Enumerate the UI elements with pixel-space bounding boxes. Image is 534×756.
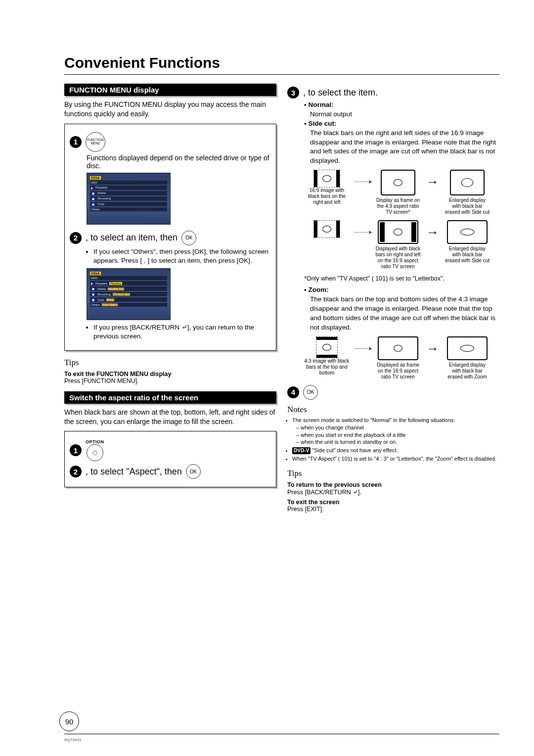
- aspect-panel: 1 OPTION ◯ 2 , to select "Aspect", then …: [64, 431, 276, 487]
- aspect-step-1-badge: 1: [70, 444, 82, 456]
- illus-strip-2: [304, 220, 350, 238]
- step-2-badge: 2: [70, 232, 82, 244]
- option-label: OPTION: [86, 439, 104, 444]
- sidecut-label: Side cut:: [308, 120, 336, 127]
- step-2-text: , to select an item, then: [86, 233, 178, 243]
- illus-enlarged-sidecut2: Enlarged display with black bar erased w…: [445, 220, 490, 264]
- step-2-bullet-1: If you select "Others", then press [OK],…: [93, 247, 271, 265]
- tips-exit-screen-text: Press [EXIT].: [287, 506, 499, 513]
- title-rule: [64, 74, 499, 75]
- note-1: The screen mode is switched to "Normal" …: [292, 417, 499, 446]
- ok-button-icon: OK: [181, 231, 196, 245]
- tips-exit-screen-label: To exit the screen: [287, 499, 499, 506]
- function-menu-screenshot-2: DIGA HDD ▶Playback Playlists ◼DeleteFlex…: [87, 268, 171, 320]
- step-3-badge: 3: [287, 87, 299, 98]
- step-2-bullet-2: If you press [BACK/RETURN ⤶], you can re…: [93, 323, 271, 341]
- normal-text: Normal output: [304, 110, 499, 119]
- step-3-text: , to select the item.: [303, 88, 378, 98]
- arrow-icon: →: [426, 336, 440, 360]
- section-function-menu-header: FUNCTION MENU display: [64, 84, 276, 96]
- zoom-text: The black bars on the top and bottom sid…: [304, 295, 499, 332]
- notes-heading: Notes: [287, 405, 499, 415]
- dashed-arrow-icon: [355, 232, 370, 233]
- dashed-arrow-icon: [355, 348, 370, 349]
- step-4-badge: 4: [287, 386, 299, 398]
- step-1-note: Functions displayed depend on the select…: [87, 154, 271, 170]
- tips-exit-fm-label: To exit the FUNCTION MENU display: [64, 371, 276, 378]
- illus-43-frame: Display as frame on the 4:3 aspect ratio…: [375, 170, 421, 215]
- illus-169-frame: Displayed as frame on the 16:9 aspect ra…: [375, 336, 421, 380]
- illus-ws-blackbars: Displayed with black bars on right and l…: [375, 220, 421, 270]
- zoom-label: Zoom:: [308, 286, 328, 293]
- dvd-v-badge: DVD-V: [292, 447, 311, 454]
- option-button-icon: ◯: [87, 444, 103, 461]
- note-1b: when you start or end the playback of a …: [292, 431, 499, 439]
- section-aspect-header: Switch the aspect ratio of the screen: [64, 391, 276, 404]
- note-3: When "TV Aspect" ( 101) is set to "4 : 3…: [292, 455, 499, 463]
- ok-button-icon-3: OK: [303, 385, 318, 400]
- right-column: 3 , to select the item. • Normal: Normal…: [287, 84, 499, 513]
- bottom-rule: [64, 734, 499, 734]
- arrow-icon: →: [426, 170, 440, 193]
- dashed-arrow-icon: [355, 182, 370, 182]
- normal-label: Normal:: [308, 101, 333, 108]
- illus-enlarged-zoom: Enlarged display with black bar erased w…: [445, 336, 490, 380]
- illus-enlarged-sidecut: Enlarged display with black bar erased w…: [445, 170, 490, 215]
- function-menu-panel: 1 FUNCTION MENU Functions displayed depe…: [64, 124, 276, 351]
- page-title: Convenient Functions: [64, 54, 499, 71]
- letterbox-anchor-note: *Only when "TV Aspect" ( 101) is set to …: [304, 275, 499, 283]
- aspect-step-2-text: , to select "Aspect", then: [86, 467, 182, 477]
- section-function-menu-intro: By using the FUNCTION MENU display you m…: [64, 100, 276, 119]
- left-column: FUNCTION MENU display By using the FUNCT…: [64, 84, 276, 513]
- function-menu-button-icon: FUNCTION MENU: [86, 132, 105, 152]
- aspect-step-2-badge: 2: [70, 466, 82, 477]
- note-2: DVD-V "Side cut" does not have any effec…: [292, 447, 499, 454]
- tips-heading-right: Tips: [287, 469, 499, 478]
- tips-heading-left: Tips: [64, 358, 276, 368]
- function-menu-screenshot-1: DIGA HDD ▶Playback ◼Delete ◼Recording ◼C…: [87, 173, 171, 225]
- ok-button-icon-2: OK: [186, 464, 201, 479]
- tips-exit-fm-text: Press [FUNCTION MENU].: [64, 378, 276, 384]
- note-1a: when you change channel: [292, 424, 499, 431]
- note-1c: when the unit is turned in standby or on…: [292, 438, 499, 446]
- page-number: 90: [59, 711, 79, 731]
- step-1-badge: 1: [70, 136, 82, 148]
- tips-return-text: Press [BACK/RETURN ⤶].: [287, 488, 499, 496]
- section-aspect-intro: When black bars are shown at the top, bo…: [64, 408, 276, 426]
- sidecut-text: The black bars on the right and left sid…: [304, 129, 499, 166]
- arrow-icon: →: [426, 220, 440, 244]
- illus-43-bars: 4:3 image with black bars at the top and…: [304, 336, 350, 376]
- illus-169-bars: 16:9 image with black bars on the right …: [304, 170, 350, 205]
- tips-return-label: To return to the previous screen: [287, 481, 499, 488]
- doc-code: RQT9431: [64, 738, 82, 742]
